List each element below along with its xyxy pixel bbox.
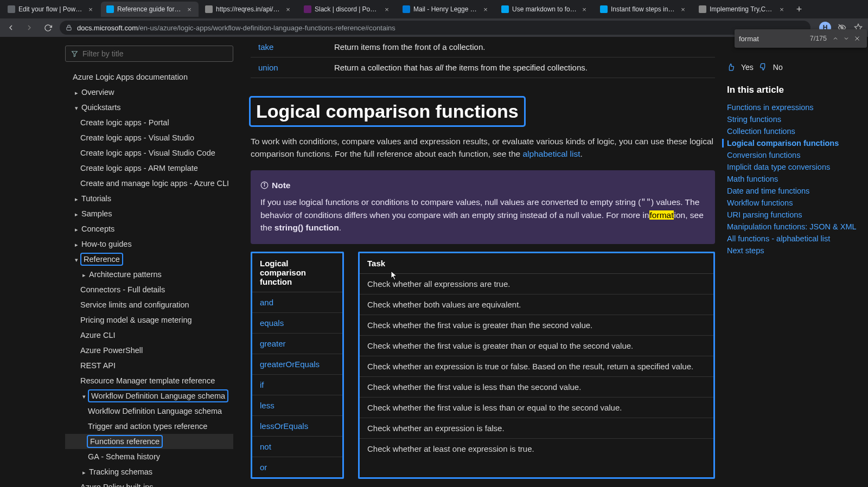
nav-link[interactable]: Tutorials	[81, 193, 111, 204]
nav-link[interactable]: Azure CLI	[80, 330, 115, 341]
nav-link[interactable]: Connectors - Full details	[80, 284, 165, 295]
thumbs-up-icon[interactable]	[727, 63, 736, 72]
nav-link[interactable]: Workflow Definition Language schema	[89, 390, 227, 401]
toc-item[interactable]: Logical comparison functions	[722, 139, 859, 148]
toc-item[interactable]: All functions - alphabetical list	[727, 234, 859, 243]
nav-item[interactable]: Connectors - Full details	[65, 282, 233, 297]
tab-close-icon[interactable]: ×	[482, 5, 489, 13]
nav-link[interactable]: Tracking schemas	[89, 466, 152, 477]
toc-item[interactable]: URI parsing functions	[727, 210, 859, 219]
toc-link[interactable]: Math functions	[727, 175, 778, 183]
toc-item[interactable]: Collection functions	[727, 127, 859, 136]
nav-link[interactable]: Concepts	[81, 223, 114, 234]
nav-item[interactable]: Create logic apps - ARM template	[65, 161, 233, 176]
chevron-down-icon[interactable]: ▾	[80, 393, 88, 400]
thumbs-down-icon[interactable]	[759, 63, 768, 72]
nav-item[interactable]: ▸Tutorials	[65, 191, 233, 206]
nav-item[interactable]: ▸Samples	[65, 206, 233, 221]
nav-link[interactable]: Create logic apps - Visual Studio	[80, 132, 194, 143]
nav-item[interactable]: Create logic apps - Portal	[65, 115, 233, 130]
toc-link[interactable]: Collection functions	[727, 127, 795, 136]
browser-tab[interactable]: Slack | discord | Power Aut×	[298, 2, 396, 17]
toc-link[interactable]: Manipulation functions: JSON & XML	[727, 222, 857, 231]
chevron-right-icon[interactable]: ▸	[73, 211, 80, 218]
func-link[interactable]: greater	[260, 339, 286, 348]
nav-link[interactable]: Azure Policy built-ins	[80, 482, 154, 487]
forward-button[interactable]	[23, 21, 36, 34]
toc-item[interactable]: Math functions	[727, 175, 859, 183]
browser-tab[interactable]: Use markdown to format P×	[496, 2, 593, 17]
nav-link[interactable]: GA - Schema history	[88, 451, 160, 462]
toc-item[interactable]: String functions	[727, 115, 859, 124]
nav-link[interactable]: Create logic apps - Portal	[80, 117, 169, 128]
toc-link[interactable]: Logical comparison functions	[727, 139, 839, 148]
nav-item[interactable]: ▸Overview	[65, 85, 233, 100]
browser-tab[interactable]: https://reqres.in/api/users?×	[200, 2, 297, 17]
nav-link[interactable]: How-to guides	[81, 239, 132, 249]
nav-link[interactable]: Create and manage logic apps - Azure CLI	[80, 178, 229, 189]
toc-link[interactable]: Workflow functions	[727, 198, 793, 207]
filter-input[interactable]	[82, 49, 227, 58]
func-link[interactable]: greaterOrEquals	[260, 360, 320, 369]
func-link[interactable]: or	[260, 463, 267, 472]
toc-item[interactable]: Conversion functions	[727, 151, 859, 159]
find-prev-button[interactable]	[830, 33, 841, 44]
chevron-right-icon[interactable]: ▸	[80, 272, 88, 279]
browser-tab[interactable]: Instant flow steps in busine×	[595, 2, 692, 17]
chevron-right-icon[interactable]: ▸	[73, 196, 80, 203]
find-close-button[interactable]	[852, 33, 863, 44]
nav-item[interactable]: Azure CLI	[65, 328, 233, 343]
func-link-take[interactable]: take	[258, 42, 273, 52]
tab-close-icon[interactable]: ×	[284, 5, 292, 13]
tab-close-icon[interactable]: ×	[778, 5, 786, 13]
nav-link[interactable]: REST API	[80, 360, 116, 371]
nav-link[interactable]: Samples	[81, 208, 112, 219]
chevron-right-icon[interactable]: ▸	[73, 89, 80, 97]
toc-link[interactable]: Conversion functions	[727, 151, 800, 159]
toc-link[interactable]: Next steps	[727, 246, 764, 255]
nav-item[interactable]: Trigger and action types reference	[65, 419, 233, 434]
nav-item[interactable]: ▾Reference	[65, 252, 233, 267]
toc-item[interactable]: Next steps	[727, 246, 859, 255]
tab-close-icon[interactable]: ×	[580, 5, 588, 13]
nav-item[interactable]: ▸Architecture patterns	[65, 267, 233, 282]
filter-input-wrapper[interactable]	[65, 46, 233, 62]
nav-link[interactable]: Reference	[81, 254, 122, 265]
nav-item[interactable]: ▸Tracking schemas	[65, 464, 233, 479]
nav-item[interactable]: ▸How-to guides	[65, 236, 233, 252]
nav-item[interactable]: GA - Schema history	[65, 449, 233, 464]
address-bar[interactable]: docs.microsoft.com /en-us/azure/logic-ap…	[60, 21, 810, 35]
toc-link[interactable]: String functions	[727, 115, 781, 124]
chevron-right-icon[interactable]: ▸	[80, 469, 88, 476]
back-button[interactable]	[4, 21, 17, 34]
chevron-down-icon[interactable]: ▾	[73, 105, 80, 112]
nav-link[interactable]: Workflow Definition Language schema	[88, 406, 222, 416]
nav-item[interactable]: Workflow Definition Language schema	[65, 403, 233, 419]
feedback-no[interactable]: No	[773, 63, 783, 72]
toc-link[interactable]: URI parsing functions	[727, 210, 802, 219]
func-link[interactable]: if	[260, 380, 264, 389]
tab-close-icon[interactable]: ×	[679, 5, 687, 13]
toc-item[interactable]: Implicit data type conversions	[727, 163, 859, 171]
nav-link[interactable]: Quickstarts	[81, 102, 121, 113]
chevron-down-icon[interactable]: ▾	[73, 257, 80, 264]
nav-link[interactable]: Create logic apps - ARM template	[80, 163, 198, 174]
toc-item[interactable]: Workflow functions	[727, 198, 859, 207]
reload-button[interactable]	[41, 21, 54, 34]
toc-link[interactable]: Date and time functions	[727, 187, 809, 195]
nav-item[interactable]: Functions reference	[65, 434, 233, 449]
func-link-union[interactable]: union	[258, 63, 278, 72]
string-function-link[interactable]: string() function	[275, 223, 339, 232]
func-link[interactable]: and	[260, 298, 273, 307]
toc-link[interactable]: Implicit data type conversions	[727, 163, 830, 171]
toc-item[interactable]: Manipulation functions: JSON & XML	[727, 222, 859, 231]
tab-close-icon[interactable]: ×	[186, 5, 193, 13]
nav-item[interactable]: ▾Quickstarts	[65, 100, 233, 115]
nav-link[interactable]: Azure Logic Apps documentation	[73, 72, 188, 82]
nav-link[interactable]: Trigger and action types reference	[88, 421, 207, 432]
new-tab-button[interactable]: +	[792, 2, 806, 16]
browser-tab[interactable]: Implementing Try,Catch an×	[693, 2, 791, 17]
nav-link[interactable]: Resource Manager template reference	[80, 375, 215, 386]
toc-item[interactable]: Date and time functions	[727, 187, 859, 195]
browser-tab[interactable]: Mail - Henry Legge - Outl×	[397, 2, 495, 17]
